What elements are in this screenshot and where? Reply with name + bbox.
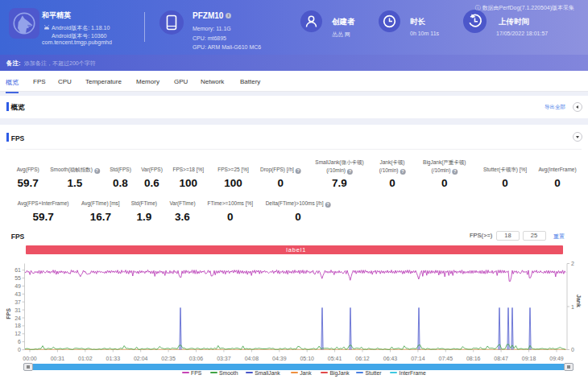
- svg-text:FPS: FPS: [6, 308, 11, 319]
- svg-text:55: 55: [14, 275, 21, 281]
- svg-text:43: 43: [14, 291, 21, 297]
- svg-text:07:45: 07:45: [439, 356, 453, 361]
- svg-text:37: 37: [14, 299, 21, 305]
- svg-text:61: 61: [14, 267, 21, 273]
- svg-text:05:10: 05:10: [300, 356, 314, 361]
- svg-text:03:06: 03:06: [189, 356, 204, 361]
- svg-text:09:49: 09:49: [549, 356, 564, 361]
- svg-text:02:04: 02:04: [134, 356, 148, 361]
- svg-text:07:14: 07:14: [411, 356, 425, 361]
- svg-text:04:08: 04:08: [245, 356, 259, 361]
- svg-text:08:16: 08:16: [466, 356, 481, 361]
- svg-text:18: 18: [14, 323, 21, 328]
- svg-text:31: 31: [14, 307, 21, 313]
- svg-text:49: 49: [14, 283, 21, 289]
- svg-text:02:35: 02:35: [161, 356, 176, 361]
- svg-text:01:02: 01:02: [78, 356, 93, 361]
- svg-text:6: 6: [18, 339, 21, 344]
- svg-text:0: 0: [18, 347, 21, 352]
- svg-text:06:12: 06:12: [355, 356, 370, 361]
- svg-text:06:43: 06:43: [383, 356, 398, 361]
- svg-text:08:47: 08:47: [494, 356, 508, 361]
- svg-text:00:31: 00:31: [51, 356, 65, 361]
- svg-text:00:00: 00:00: [23, 356, 37, 361]
- svg-text:2: 2: [571, 261, 574, 266]
- svg-text:09:18: 09:18: [522, 356, 536, 361]
- svg-text:04:39: 04:39: [272, 356, 287, 361]
- svg-text:03:37: 03:37: [217, 356, 231, 361]
- svg-text:01:33: 01:33: [106, 356, 121, 361]
- svg-text:05:41: 05:41: [328, 356, 342, 361]
- svg-text:12: 12: [14, 331, 21, 336]
- svg-text:24: 24: [14, 315, 21, 321]
- svg-text:1: 1: [571, 304, 574, 310]
- svg-text:0: 0: [571, 347, 574, 352]
- svg-text:Jank: Jank: [576, 295, 582, 307]
